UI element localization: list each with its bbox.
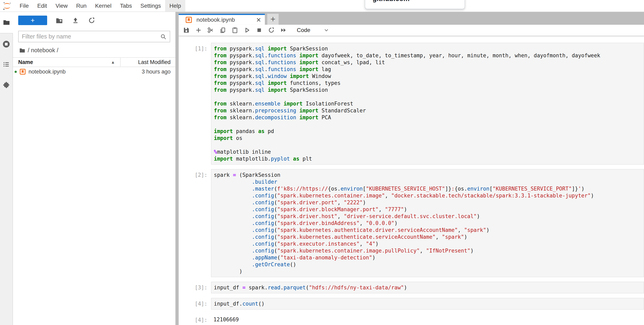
- upload-icon: [72, 17, 79, 24]
- paste-cells-button[interactable]: [231, 27, 238, 34]
- file-name: notebook.ipynb: [28, 69, 66, 75]
- popup-text: github.com: [372, 0, 464, 2]
- copy-cells-button[interactable]: [219, 27, 226, 34]
- code-line: from pyspark.sql.functions import dayofw…: [214, 52, 644, 59]
- input-prompt: [3]:: [179, 282, 211, 293]
- file-row[interactable]: notebook.ipynb 3 hours ago: [13, 67, 176, 76]
- extensions-icon: [2, 81, 10, 89]
- code-line: .config("spark.driver.port", "2222"): [214, 199, 644, 206]
- menu-item-view[interactable]: View: [51, 0, 72, 12]
- code-line: from sklearn.preprocessing import Standa…: [214, 107, 644, 114]
- search-icon: [160, 34, 166, 40]
- tab-notebook[interactable]: notebook.ipynb ✕: [179, 14, 265, 25]
- sidebar-tab-running-kernels[interactable]: [2, 40, 11, 48]
- restart-kernel-button[interactable]: [268, 27, 275, 34]
- code-cell: [3]:input_df = spark.read.parquet("hdfs:…: [179, 282, 644, 293]
- code-line: input_df.count(): [214, 300, 644, 307]
- cell-type-value: Code: [297, 27, 310, 34]
- code-line: %matplotlib inline: [214, 148, 644, 155]
- menu-item-file[interactable]: File: [16, 0, 33, 12]
- refresh-button[interactable]: [88, 17, 96, 25]
- code-line: .config("spark.kubernetes.container.imag…: [214, 247, 644, 254]
- menu-item-run[interactable]: Run: [72, 0, 91, 12]
- link-preview-popup: github.com: [365, 0, 465, 9]
- sidebar-rail-tabs: [0, 33, 13, 325]
- code-line: [214, 93, 644, 100]
- left-sidebar-rail: [0, 12, 13, 325]
- code-editor[interactable]: input_df.count(): [211, 298, 644, 309]
- add-cell-icon: [195, 27, 202, 34]
- column-header-modified[interactable]: Last Modified: [120, 59, 176, 65]
- restart-kernel-icon: [268, 27, 274, 34]
- input-prompt: [4]:: [179, 298, 211, 309]
- tab-close-icon[interactable]: ✕: [256, 17, 261, 24]
- top-menu-bar: FileEditViewRunKernelTabsSettingsHelp: [0, 0, 644, 12]
- code-line: from sklearn.decomposition import PCA: [214, 114, 644, 121]
- breadcrumb-path: / notebook /: [28, 47, 58, 54]
- code-line: 12106669: [214, 316, 644, 323]
- upload-button[interactable]: [72, 17, 80, 25]
- menu-item-settings[interactable]: Settings: [136, 0, 165, 12]
- sidebar-tab-table-of-contents[interactable]: [2, 61, 11, 68]
- code-line: .getOrCreate(): [214, 261, 644, 268]
- code-line: input_df = spark.read.parquet("hdfs://hd…: [214, 284, 644, 291]
- code-line: from pyspark.sql import SparkSession: [214, 87, 644, 93]
- code-line: .config("spark.kubernetes.authenticate.s…: [214, 233, 644, 240]
- chevron-down-icon: [323, 27, 330, 33]
- code-line: .master(f'k8s://https://{os.environ["KUB…: [214, 185, 644, 192]
- notebook-content: [1]:from pyspark.sql import SparkSession…: [179, 36, 644, 325]
- main-dock-panel: notebook.ipynb ✕ +: [179, 12, 644, 325]
- menu-item-edit[interactable]: Edit: [33, 0, 51, 12]
- input-prompt: [1]:: [179, 43, 211, 165]
- notebook-cells: [1]:from pyspark.sql import SparkSession…: [179, 43, 644, 325]
- output-area: 12106669: [211, 314, 644, 325]
- code-line: from sklearn.ensemble import IsolationFo…: [214, 100, 644, 107]
- cell-type-dropdown[interactable]: Code: [297, 27, 330, 34]
- code-editor[interactable]: from pyspark.sql import SparkSessionfrom…: [211, 43, 644, 165]
- run-icon: [244, 27, 250, 34]
- code-line: [214, 121, 644, 128]
- folder-icon: [3, 19, 10, 26]
- save-button[interactable]: [183, 27, 190, 34]
- new-tab-button[interactable]: +: [267, 14, 278, 25]
- stop-kernel-button[interactable]: [256, 27, 263, 34]
- breadcrumb[interactable]: / notebook /: [19, 47, 176, 54]
- code-cell: [4]:input_df.count(): [179, 298, 644, 309]
- refresh-icon: [88, 17, 95, 24]
- code-cell: [1]:from pyspark.sql import SparkSession…: [179, 43, 644, 165]
- code-line: import pandas as pd: [214, 128, 644, 135]
- new-launcher-button[interactable]: +: [18, 16, 47, 25]
- dock-tab-bar: notebook.ipynb ✕ +: [179, 12, 644, 25]
- menubar-items: FileEditViewRunKernelTabsSettingsHelp: [16, 0, 185, 12]
- panel-splitter[interactable]: [176, 12, 179, 325]
- running-kernel-dot: [14, 71, 17, 73]
- cut-cells-button[interactable]: [207, 27, 214, 34]
- code-line: .appName("taxi-data-anomaly-detection"): [214, 254, 644, 261]
- copy-icon: [220, 27, 226, 34]
- code-line: .builder: [214, 178, 644, 185]
- sidebar-tab-filebrowser[interactable]: [0, 12, 13, 33]
- code-line: .config("spark.kubernetes.authenticate.d…: [214, 227, 644, 233]
- sidebar-tab-extensions[interactable]: [2, 81, 11, 89]
- notebook-file-icon: [20, 69, 26, 75]
- code-line: from pyspark.sql.window import Window: [214, 73, 644, 80]
- file-browser-toolbar: +: [13, 12, 176, 25]
- run-cell-button[interactable]: [244, 27, 251, 34]
- column-header-name[interactable]: Name ▲: [13, 59, 120, 65]
- file-modified: 3 hours ago: [142, 69, 176, 75]
- home-folder-icon: [19, 47, 25, 53]
- tab-title: notebook.ipynb: [196, 17, 256, 23]
- run-all-button[interactable]: [280, 27, 287, 34]
- add-cell-button[interactable]: [195, 27, 202, 34]
- jupyter-logo-icon: [2, 1, 12, 11]
- new-folder-button[interactable]: [55, 17, 63, 25]
- menu-item-help[interactable]: Help: [165, 0, 185, 12]
- output-prompt: [4]:: [179, 314, 211, 325]
- code-line: spark = (SparkSession: [214, 172, 644, 178]
- code-editor[interactable]: input_df = spark.read.parquet("hdfs://hd…: [211, 282, 644, 293]
- code-cell: [2]:spark = (SparkSession .builder .mast…: [179, 169, 644, 277]
- menu-item-kernel[interactable]: Kernel: [91, 0, 116, 12]
- filter-files-input[interactable]: [22, 33, 160, 40]
- code-editor[interactable]: spark = (SparkSession .builder .master(f…: [211, 169, 644, 277]
- menu-item-tabs[interactable]: Tabs: [116, 0, 136, 12]
